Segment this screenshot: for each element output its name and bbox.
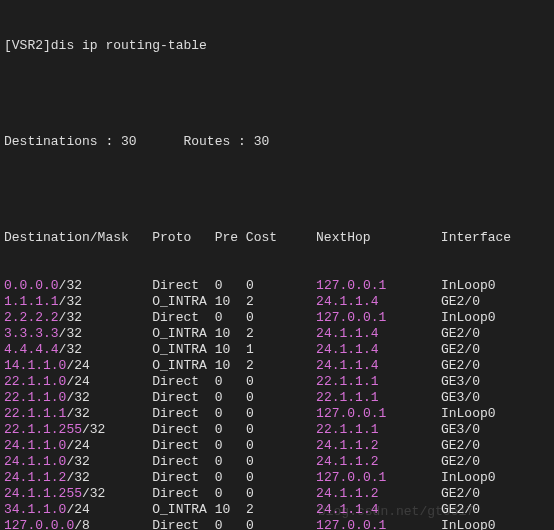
dest-ip: 24.1.1.255 [4, 486, 82, 501]
pre: 0 [215, 470, 246, 485]
summary-dest-label: Destinations : [4, 134, 121, 149]
summary-line: Destinations : 30 Routes : 30 [4, 134, 550, 150]
cost: 0 [246, 486, 316, 501]
dest-ip: 3.3.3.3 [4, 326, 59, 341]
prompt-host: [VSR2] [4, 38, 51, 53]
interface: InLoop0 [441, 278, 496, 293]
nh-pad [379, 438, 441, 453]
proto: Direct [152, 486, 214, 501]
pre: 0 [215, 422, 246, 437]
cost: 0 [246, 390, 316, 405]
nh-pad [379, 486, 441, 501]
cost: 2 [246, 358, 316, 373]
nexthop-ip: 24.1.1.4 [316, 294, 378, 309]
dest-mask: /24 [66, 358, 152, 373]
dest-ip: 0.0.0.0 [4, 278, 59, 293]
dest-mask: /8 [74, 518, 152, 530]
pre: 0 [215, 438, 246, 453]
proto: Direct [152, 454, 214, 469]
dest-mask: /32 [82, 422, 152, 437]
dest-ip: 1.1.1.1 [4, 294, 59, 309]
terminal-output[interactable]: [VSR2]dis ip routing-table Destinations … [0, 0, 554, 530]
table-row: 2.2.2.2/32 Direct 0 0 127.0.0.1 InLoop0 [4, 310, 550, 326]
proto: Direct [152, 470, 214, 485]
proto: Direct [152, 374, 214, 389]
dest-mask: /32 [66, 406, 152, 421]
blank-line-2 [4, 182, 550, 198]
interface: GE2/0 [441, 294, 480, 309]
proto: Direct [152, 422, 214, 437]
pre: 10 [215, 342, 246, 357]
pre: 10 [215, 358, 246, 373]
nexthop-ip: 22.1.1.1 [316, 390, 378, 405]
pre: 10 [215, 502, 246, 517]
interface: InLoop0 [441, 310, 496, 325]
interface: GE2/0 [441, 486, 480, 501]
interface: GE3/0 [441, 374, 480, 389]
cost: 0 [246, 518, 316, 530]
nexthop-ip: 127.0.0.1 [316, 406, 386, 421]
nexthop-ip: 24.1.1.4 [316, 326, 378, 341]
dest-ip: 4.4.4.4 [4, 342, 59, 357]
proto: Direct [152, 278, 214, 293]
cost: 0 [246, 310, 316, 325]
nh-pad [379, 422, 441, 437]
proto: O_INTRA [152, 342, 214, 357]
nexthop-ip: 24.1.1.2 [316, 438, 378, 453]
pre: 10 [215, 294, 246, 309]
nexthop-ip: 24.1.1.2 [316, 486, 378, 501]
dest-mask: /32 [66, 454, 152, 469]
cost: 0 [246, 454, 316, 469]
cost: 0 [246, 374, 316, 389]
pre: 10 [215, 326, 246, 341]
nexthop-ip: 24.1.1.2 [316, 454, 378, 469]
pre: 0 [215, 390, 246, 405]
table-row: 0.0.0.0/32 Direct 0 0 127.0.0.1 InLoop0 [4, 278, 550, 294]
dest-ip: 24.1.1.0 [4, 454, 66, 469]
nexthop-ip: 22.1.1.1 [316, 422, 378, 437]
table-row: 24.1.1.0/32 Direct 0 0 24.1.1.2 GE2/0 [4, 454, 550, 470]
dest-ip: 24.1.1.0 [4, 438, 66, 453]
dest-ip: 24.1.1.2 [4, 470, 66, 485]
dest-mask: /32 [66, 470, 152, 485]
dest-mask: /32 [59, 342, 153, 357]
dest-mask: /32 [82, 486, 152, 501]
nh-pad [379, 390, 441, 405]
pre: 0 [215, 486, 246, 501]
nexthop-ip: 127.0.0.1 [316, 310, 386, 325]
dest-ip: 14.1.1.0 [4, 358, 66, 373]
proto: Direct [152, 310, 214, 325]
proto: Direct [152, 518, 214, 530]
summary-dest-value: 30 [121, 134, 137, 149]
table-row: 127.0.0.0/8 Direct 0 0 127.0.0.1 InLoop0 [4, 518, 550, 530]
table-row: 24.1.1.255/32 Direct 0 0 24.1.1.2 GE2/0 [4, 486, 550, 502]
pre: 0 [215, 518, 246, 530]
nh-pad [379, 374, 441, 389]
routing-table-body: 0.0.0.0/32 Direct 0 0 127.0.0.1 InLoop01… [4, 278, 550, 530]
table-row: 24.1.1.0/24 Direct 0 0 24.1.1.2 GE2/0 [4, 438, 550, 454]
interface: GE2/0 [441, 438, 480, 453]
dest-mask: /32 [59, 278, 153, 293]
blank-line [4, 86, 550, 102]
table-row: 34.1.1.0/24 O_INTRA 10 2 24.1.1.4 GE2/0 [4, 502, 550, 518]
pre: 0 [215, 278, 246, 293]
dest-ip: 2.2.2.2 [4, 310, 59, 325]
proto: O_INTRA [152, 326, 214, 341]
proto: Direct [152, 390, 214, 405]
cost: 0 [246, 438, 316, 453]
dest-mask: /24 [66, 374, 152, 389]
interface: InLoop0 [441, 470, 496, 485]
table-row: 24.1.1.2/32 Direct 0 0 127.0.0.1 InLoop0 [4, 470, 550, 486]
interface: GE2/0 [441, 454, 480, 469]
proto: O_INTRA [152, 294, 214, 309]
prompt-line: [VSR2]dis ip routing-table [4, 38, 550, 54]
proto: O_INTRA [152, 502, 214, 517]
dest-mask: /32 [66, 390, 152, 405]
dest-mask: /32 [59, 326, 153, 341]
nh-pad [379, 326, 441, 341]
nh-pad [379, 358, 441, 373]
interface: GE3/0 [441, 390, 480, 405]
pre: 0 [215, 310, 246, 325]
nh-pad [386, 310, 441, 325]
table-row: 14.1.1.0/24 O_INTRA 10 2 24.1.1.4 GE2/0 [4, 358, 550, 374]
